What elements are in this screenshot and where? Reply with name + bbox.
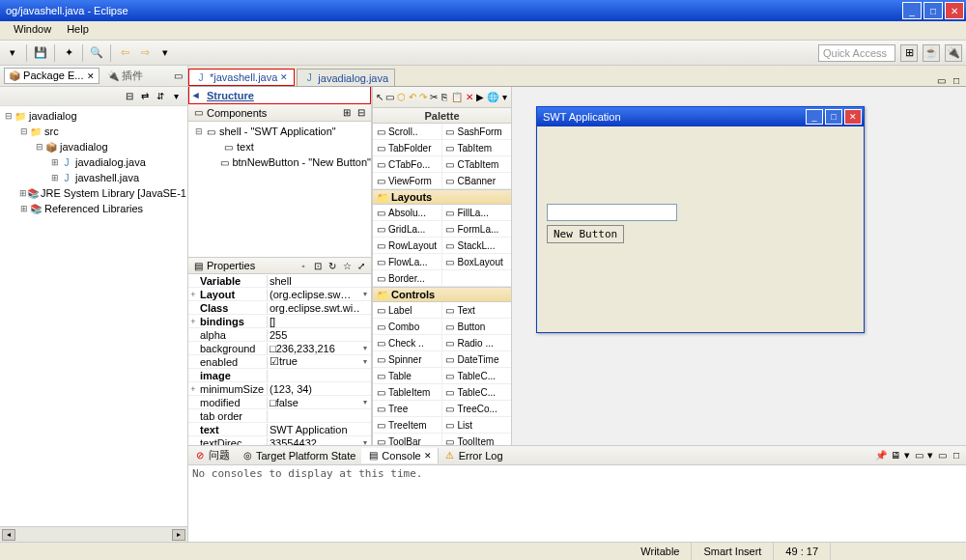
tree-row[interactable]: ⊟📦javadialog — [0, 139, 187, 154]
palette-item[interactable]: ▭GridLa... — [373, 221, 442, 237]
palette-category[interactable]: 📁Controls — [373, 287, 511, 302]
link-icon[interactable]: ⇄ — [139, 91, 151, 102]
prop-tool-1-icon[interactable]: ◦ — [298, 260, 309, 271]
tab-target[interactable]: ◎Target Platform State — [236, 448, 361, 463]
swt-maximize-button[interactable]: □ — [825, 109, 842, 125]
minimize-view-icon[interactable]: ▭ — [172, 70, 184, 82]
tree-row[interactable]: ⊟📁src — [0, 124, 187, 139]
close-icon[interactable]: ✕ — [280, 72, 288, 82]
property-row[interactable]: modified□false▾ — [188, 396, 371, 409]
palette-item[interactable]: ▭BoxLayout — [442, 254, 512, 269]
palette-item[interactable]: ▭FlowLa... — [373, 254, 442, 269]
property-row[interactable]: enabled☑true▾ — [188, 355, 371, 369]
prop-tool-2-icon[interactable]: ⊡ — [312, 260, 324, 271]
horizontal-scrollbar[interactable]: ◂ ▸ — [0, 526, 187, 542]
palette-item[interactable]: ▭CBanner — [442, 173, 512, 188]
star-icon[interactable]: ✦ — [60, 44, 77, 62]
editor-max-icon[interactable]: □ — [951, 74, 962, 86]
pal-redo-icon[interactable]: ↷ — [418, 91, 427, 104]
structure-toggle-icon[interactable]: ◂ — [193, 89, 207, 101]
palette-item[interactable]: ▭RowLayout — [373, 238, 442, 253]
swt-minimize-button[interactable]: _ — [806, 109, 823, 125]
prop-tool-4-icon[interactable]: ☆ — [341, 260, 353, 271]
palette-item[interactable]: ▭TreeItem — [373, 417, 442, 433]
prop-tool-3-icon[interactable]: ↻ — [327, 260, 338, 271]
property-row[interactable]: textSWT Application — [188, 423, 371, 436]
palette-item[interactable]: ▭StackL... — [442, 238, 512, 253]
maximize-button[interactable]: □ — [923, 2, 943, 19]
property-row[interactable]: Variableshell — [188, 274, 371, 288]
menu-icon[interactable]: ▾ — [170, 91, 182, 102]
palette-item[interactable]: ▭CTabItem — [442, 156, 512, 172]
palette-item[interactable]: ▭DateTime — [442, 351, 512, 367]
pal-tool-icon[interactable]: ⬡ — [397, 91, 406, 104]
palette-item[interactable]: ▭Spinner — [373, 351, 442, 367]
swt-new-button[interactable]: New Button — [547, 225, 624, 243]
tree-row[interactable]: ⊞📚Referenced Libraries — [0, 201, 187, 216]
palette-item[interactable]: ▭Label — [373, 302, 442, 318]
swt-text-input[interactable] — [547, 204, 677, 221]
components-tree[interactable]: ⊟▭shell - "SWT Application"▭text▭btnNewB… — [188, 122, 371, 257]
tab-problems[interactable]: ⊘问题 — [188, 446, 236, 464]
palette-item[interactable]: ▭Check .. — [373, 335, 442, 350]
palette-item[interactable]: ▭FormLa... — [442, 221, 512, 237]
property-row[interactable]: +Layout(org.eclipse.sw…▾ — [188, 288, 371, 301]
component-row[interactable]: ▭btnNewButton - "New Button" — [188, 154, 371, 170]
palette-item[interactable]: ▭Table — [373, 368, 442, 383]
palette-item[interactable]: ▭Text — [442, 302, 512, 318]
collapse-comp-icon[interactable]: ⊟ — [355, 107, 367, 119]
search-icon[interactable]: 🔍 — [88, 44, 105, 62]
new-icon[interactable]: ▾ — [4, 44, 21, 62]
property-row[interactable]: +bindings[] — [188, 315, 371, 328]
property-row[interactable]: tab order — [188, 409, 371, 423]
palette-item[interactable]: ▭TableItem — [373, 384, 442, 400]
palette-category[interactable]: 📁Layouts — [373, 189, 511, 205]
palette-item[interactable]: ▭SashForm — [442, 124, 512, 139]
tree-row[interactable]: ⊞Jjavadialog.java — [0, 154, 187, 170]
console-display-icon[interactable]: 🖥 — [890, 449, 901, 461]
minimize-button[interactable]: _ — [902, 2, 922, 19]
collapse-icon[interactable]: ⊟ — [124, 91, 135, 102]
menu-help[interactable]: Help — [59, 21, 97, 40]
filter-icon[interactable]: ⇵ — [155, 91, 166, 102]
pal-delete-icon[interactable]: ✕ — [465, 91, 473, 104]
palette-item[interactable]: ▭ViewForm — [373, 173, 442, 188]
editor-tab[interactable]: Jjavadialog.java — [297, 69, 395, 86]
dropdown-icon[interactable]: ▾ — [156, 44, 174, 62]
save-icon[interactable]: 💾 — [32, 44, 49, 62]
perspective-java-icon[interactable]: ☕ — [923, 44, 940, 62]
console-pin-icon[interactable]: 📌 — [875, 449, 887, 461]
palette-item[interactable]: ▭TableC... — [442, 368, 512, 383]
palette-item[interactable]: ▭Combo — [373, 319, 442, 334]
palette-item[interactable]: ▭TreeCo... — [442, 401, 512, 416]
component-row[interactable]: ⊟▭shell - "SWT Application" — [188, 124, 371, 139]
tree-row[interactable]: ⊞📚JRE System Library [JavaSE-1… — [0, 185, 187, 201]
pal-globe-icon[interactable]: 🌐 — [487, 91, 498, 104]
pal-marquee-icon[interactable]: ▭ — [385, 91, 394, 104]
swt-application-window[interactable]: SWT Application _ □ ✕ New Button — [536, 106, 865, 333]
property-row[interactable]: background□236,233,216▾ — [188, 342, 371, 355]
property-row[interactable]: alpha255 — [188, 328, 371, 342]
package-tree[interactable]: ⊟📁javadialog⊟📁src⊟📦javadialog⊞Jjavadialo… — [0, 106, 187, 526]
tab-console[interactable]: ▤Console ✕ — [361, 448, 438, 463]
property-row[interactable]: Classorg.eclipse.swt.wi… — [188, 301, 371, 315]
pal-cursor-icon[interactable]: ↖ — [375, 91, 384, 104]
perspective-plugin-icon[interactable]: 🔌 — [945, 44, 962, 62]
console-min-icon[interactable]: ▭ — [936, 449, 948, 461]
prop-tool-5-icon[interactable]: ⤢ — [355, 260, 367, 271]
palette-item[interactable]: ▭TableC... — [442, 384, 512, 400]
console-new-icon[interactable]: ▭ — [913, 449, 924, 461]
palette-item[interactable]: ▭List — [442, 417, 512, 433]
close-button[interactable]: ✕ — [945, 2, 964, 19]
component-row[interactable]: ▭text — [188, 139, 371, 154]
menu-window[interactable]: Window — [6, 21, 59, 40]
tree-row[interactable]: ⊟📁javadialog — [0, 108, 187, 124]
console-max-icon[interactable]: □ — [951, 449, 962, 461]
tree-row[interactable]: ⊞Jjavashell.java — [0, 170, 187, 185]
palette-item[interactable]: ▭Border... — [373, 270, 442, 286]
pal-dd-icon[interactable]: ▾ — [500, 91, 509, 104]
palette-item[interactable]: ▭Scroll.. — [373, 124, 442, 139]
quick-access-input[interactable]: Quick Access — [818, 44, 895, 62]
pal-cut-icon[interactable]: ✂ — [429, 91, 438, 104]
forward-icon[interactable]: ⇨ — [136, 44, 154, 62]
